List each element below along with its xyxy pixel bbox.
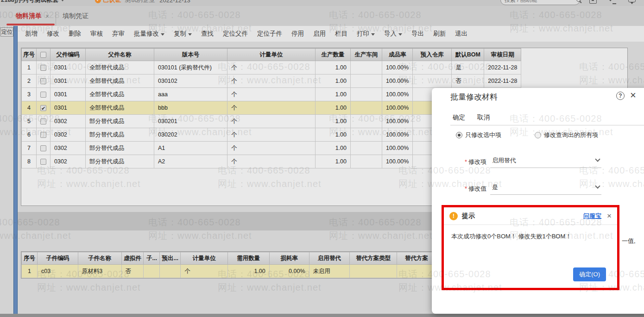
toolbar-button[interactable]: 停用: [291, 30, 304, 38]
toolbar-button[interactable]: 导入: [384, 30, 402, 38]
dialog-ok-button[interactable]: 确定: [453, 113, 465, 122]
column-header[interactable]: 子...: [144, 252, 160, 265]
radio-modify-selected[interactable]: 只修改选中项: [456, 131, 501, 139]
row-checkbox[interactable]: [40, 145, 46, 151]
column-header[interactable]: 计量单位: [227, 49, 316, 61]
search-icon[interactable]: [576, 0, 582, 3]
search-input[interactable]: [505, 0, 576, 3]
dialog-cancel-button[interactable]: 取消: [477, 113, 490, 122]
column-header[interactable]: 生产数量: [316, 49, 351, 61]
column-header[interactable]: 预出...: [160, 252, 181, 265]
calculator-icon[interactable]: [589, 0, 597, 4]
select-all-checkbox[interactable]: [40, 52, 46, 58]
column-header[interactable]: 子件编码: [37, 252, 78, 265]
dropdown-caret-icon[interactable]: [188, 33, 192, 36]
toolbar-button[interactable]: 定位子件: [257, 30, 282, 38]
chevron-down-icon[interactable]: [595, 183, 600, 188]
column-header[interactable]: 子件名称: [78, 252, 121, 265]
modify-value-select[interactable]: 是: [490, 182, 601, 195]
table-cell: 1.00: [316, 155, 351, 168]
column-header[interactable]: 生产车间: [351, 49, 382, 61]
modify-item-select[interactable]: 启用替代: [490, 155, 601, 168]
table-cell: [351, 88, 382, 101]
column-header[interactable]: 替代方案类型: [350, 252, 397, 265]
help-icon[interactable]: ?: [616, 92, 625, 100]
column-header[interactable]: 父件名称: [86, 49, 154, 61]
task-list-icon[interactable]: [609, 0, 616, 4]
table-cell: 8: [22, 155, 37, 168]
account-dropdown-icon[interactable]: [61, 0, 64, 1]
toolbar-button[interactable]: 退出: [455, 30, 467, 38]
row-checkbox[interactable]: [40, 65, 46, 71]
row-checkbox[interactable]: [40, 92, 46, 98]
dropdown-caret-icon[interactable]: [371, 33, 375, 36]
table-cell: 个: [227, 75, 316, 88]
tab-0[interactable]: 物料清单×: [9, 12, 56, 26]
tab-label: 物料清单: [16, 12, 42, 20]
column-header[interactable]: 启用替代: [309, 252, 350, 265]
row-checkbox[interactable]: [40, 118, 46, 124]
search-box[interactable]: [500, 0, 580, 5]
toolbar-button[interactable]: 审核: [90, 30, 103, 38]
bom-child-table-header: 序号子件编码子件名称虚拟件子...预出...计量单位需用数量损耗率启用替代替代方…: [22, 252, 436, 265]
locate-button[interactable]: 定位: [0, 27, 13, 37]
table-cell: [351, 61, 382, 75]
toolbar-button[interactable]: 删除: [69, 30, 81, 38]
row-checkbox[interactable]: ✔: [40, 105, 46, 111]
column-header[interactable]: 默认BOM: [452, 49, 484, 61]
chevron-down-icon[interactable]: [595, 156, 600, 162]
row-checkbox[interactable]: [40, 78, 46, 84]
toolbar-button[interactable]: 查找: [201, 30, 214, 38]
column-header[interactable]: 序号: [22, 49, 37, 61]
column-header[interactable]: 父件编码: [51, 49, 86, 61]
table-cell: [144, 265, 160, 278]
checkbox-cell: [37, 128, 51, 142]
toolbar-button[interactable]: 修改: [47, 30, 59, 38]
row-checkbox[interactable]: [40, 132, 46, 138]
toolbar-button[interactable]: 定位父件: [223, 30, 248, 38]
alert-close-icon[interactable]: ×: [607, 211, 612, 221]
tab-close-icon[interactable]: ×: [45, 12, 49, 20]
table-row[interactable]: 1c03原材料3否个1.000.00%未启用: [22, 265, 436, 278]
toolbar-button[interactable]: 新增: [25, 30, 38, 38]
tab-1[interactable]: 填制凭证: [56, 12, 95, 26]
bom-child-table-container: 序号子件编码子件名称虚拟件子...预出...计量单位需用数量损耗率启用替代替代方…: [21, 251, 437, 279]
dropdown-caret-icon[interactable]: [161, 33, 164, 36]
table-row[interactable]: 10301全部替代成品030101 (采购替代件)个1.00100.00%是20…: [22, 61, 521, 75]
column-header[interactable]: 审核日期: [484, 49, 521, 61]
toolbar-button[interactable]: 栏目: [335, 30, 347, 38]
table-row[interactable]: 20301全部替代成品030102个1.00100.00%否2022-11-28: [22, 75, 521, 88]
radio-modify-all-queried[interactable]: 修改查询出的所有项: [535, 131, 598, 139]
dropdown-caret-icon[interactable]: [398, 33, 402, 36]
column-header[interactable]: 预入仓库: [413, 49, 452, 61]
table-cell: 5: [22, 115, 37, 128]
bom-child-table: 序号子件编码子件名称虚拟件子...预出...计量单位需用数量损耗率启用替代替代方…: [21, 252, 436, 278]
column-header[interactable]: 成品率: [382, 49, 413, 61]
toolbar-button[interactable]: 刷新: [433, 30, 446, 38]
radio-selected-icon[interactable]: [456, 132, 462, 138]
toolbar-button[interactable]: 打印: [357, 30, 375, 38]
column-header[interactable]: 需用数量: [227, 252, 269, 265]
column-header[interactable]: 版本号: [154, 49, 227, 61]
row-checkbox[interactable]: [40, 159, 46, 165]
dialog-close-icon[interactable]: ×: [630, 89, 636, 101]
message-icon[interactable]: [628, 0, 636, 2]
service-link[interactable]: 问服宝: [583, 212, 601, 220]
account-name[interactable]: 2188]序列号测试帐套: [1, 0, 58, 4]
column-header[interactable]: 损耗率: [269, 252, 309, 265]
column-header[interactable]: 计量单位: [181, 252, 228, 265]
vertical-splitter[interactable]: [13, 26, 18, 317]
toolbar-button[interactable]: 导出: [411, 30, 424, 38]
column-header[interactable]: 替代方案: [397, 252, 436, 265]
column-header[interactable]: [37, 49, 51, 61]
radio-unselected-icon[interactable]: [535, 132, 541, 138]
toolbar-button[interactable]: 复制: [174, 30, 192, 38]
toolbar-button[interactable]: 启用: [313, 30, 326, 38]
column-header[interactable]: 虚拟件: [121, 252, 144, 265]
toolbar-button[interactable]: 弃审: [112, 30, 125, 38]
table-cell: 0302: [51, 142, 86, 155]
modify-item-field: * 修改项 启用替代: [465, 155, 601, 168]
column-header[interactable]: 序号: [22, 252, 38, 265]
alert-ok-button[interactable]: 确定(O): [573, 267, 606, 281]
toolbar-button[interactable]: 批量修改: [134, 30, 164, 38]
